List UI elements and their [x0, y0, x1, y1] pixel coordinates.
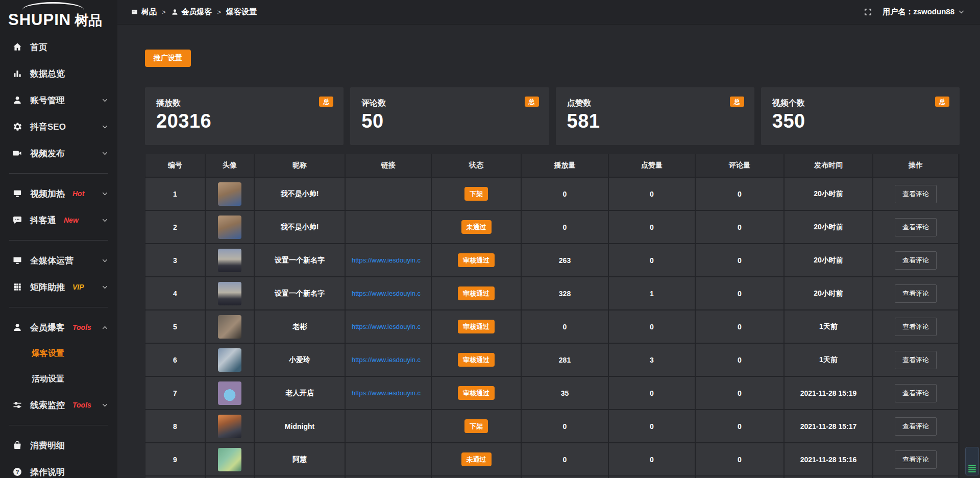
cell-action: 查看评论 — [873, 211, 958, 243]
chevron-down-icon — [102, 150, 108, 157]
sidebar-item-video-heating[interactable]: 视频加热Hot — [0, 180, 117, 207]
avatar — [218, 282, 241, 305]
sidebar-item-douketong[interactable]: 抖客通New — [0, 207, 117, 233]
sidebar-item-home[interactable]: 首页 — [0, 34, 117, 60]
chevron-down-icon — [958, 9, 965, 15]
video-link[interactable]: https://www.iesdouyin.c — [352, 389, 421, 397]
breadcrumb-item-shupin[interactable]: 树品 — [131, 7, 157, 17]
cell-link: https://www.iesdouyin.c — [346, 310, 431, 343]
video-link[interactable]: https://www.iesdouyin.c — [352, 323, 421, 330]
header-cell-time: 发布时间 — [785, 154, 872, 177]
breadcrumb-separator: > — [217, 8, 222, 16]
status-badge: 审核通过 — [458, 353, 495, 367]
stat-card-plays: 播放数20316总 — [145, 87, 344, 145]
sidebar-item-video-publish[interactable]: 视频发布 — [0, 140, 117, 166]
sidebar-subitem-baoke-settings[interactable]: 爆客设置 — [0, 341, 117, 366]
cell-avatar — [206, 178, 254, 210]
chevron-up-icon — [102, 324, 108, 331]
sidebar-item-consumption-details[interactable]: 消费明细 — [0, 432, 117, 459]
logo-text-cn: 树品 — [75, 14, 102, 28]
cell-plays: 0 — [522, 410, 608, 442]
cell-likes: 0 — [609, 410, 695, 442]
header-cell-plays: 播放量 — [522, 154, 608, 177]
view-comments-button[interactable]: 查看评论 — [895, 185, 937, 203]
sidebar-item-label: 首页 — [30, 41, 47, 53]
header-cell-status: 状态 — [432, 154, 521, 177]
cell-likes: 0 — [609, 377, 695, 409]
cell-nickname: 我不是小帅! — [255, 211, 345, 243]
sidebar-item-member-baoke[interactable]: 会员爆客Tools — [0, 314, 117, 341]
sidebar-nav: 首页数据总览账号管理抖音SEO视频发布视频加热Hot抖客通New全媒体运营矩阵助… — [0, 31, 117, 478]
promotion-settings-button[interactable]: 推广设置 — [145, 50, 191, 67]
cell-plays: 0 — [522, 211, 608, 243]
camera-icon — [12, 148, 22, 158]
sidebar-item-data-overview[interactable]: 数据总览 — [0, 60, 117, 87]
sidebar-item-clue-monitor[interactable]: 线索监控Tools — [0, 392, 117, 418]
breadcrumb: 树品>会员爆客>爆客设置 — [131, 7, 257, 17]
user-menu[interactable]: 用户名：zswodun88 — [883, 7, 965, 17]
cell-status: 未通过 — [432, 211, 521, 243]
chart-icon — [12, 68, 22, 79]
breadcrumb-label: 会员爆客 — [182, 7, 212, 17]
view-comments-button[interactable]: 查看评论 — [895, 351, 937, 369]
view-comments-button[interactable]: 查看评论 — [895, 450, 937, 469]
sidebar-item-matrix-boost[interactable]: 矩阵助推VIP — [0, 274, 117, 300]
chevron-down-icon — [102, 217, 108, 224]
username-label: 用户名：zswodun88 — [883, 7, 954, 17]
view-comments-button[interactable]: 查看评论 — [895, 251, 937, 270]
home-icon — [12, 42, 22, 52]
view-comments-button[interactable]: 查看评论 — [895, 284, 937, 303]
sidebar-item-label: 账号管理 — [30, 94, 65, 106]
header-cell-avatar: 头像 — [206, 154, 254, 177]
breadcrumb-item-member-baoke[interactable]: 会员爆客 — [171, 7, 212, 17]
sidebar-item-label: 抖音SEO — [30, 121, 66, 133]
app-icon — [131, 8, 138, 16]
cell-action: 查看评论 — [873, 310, 958, 343]
cell-nickname: 老人开店 — [255, 377, 345, 409]
chevron-down-icon — [102, 124, 108, 130]
stat-card-value: 581 — [567, 110, 743, 132]
cell-avatar — [206, 310, 254, 343]
sidebar-item-omnimedia-operation[interactable]: 全媒体运营 — [0, 247, 117, 274]
person-icon — [171, 8, 179, 16]
sidebar-item-label: 会员爆客 — [30, 322, 65, 333]
status-badge: 审核通过 — [458, 320, 495, 333]
floating-widget[interactable] — [965, 447, 979, 475]
logo-arc-decoration — [22, 2, 84, 10]
stat-card-value: 20316 — [156, 110, 332, 132]
view-comments-button[interactable]: 查看评论 — [895, 384, 937, 402]
video-link[interactable]: https://www.iesdouyin.c — [352, 356, 421, 364]
video-link[interactable]: https://www.iesdouyin.c — [352, 256, 421, 264]
sidebar-item-label: 操作说明 — [30, 466, 65, 478]
widget-bar — [968, 469, 976, 470]
fullscreen-icon[interactable] — [864, 8, 872, 16]
view-comments-button[interactable]: 查看评论 — [895, 218, 937, 236]
cell-comments: 0 — [696, 443, 783, 475]
view-comments-button[interactable]: 查看评论 — [895, 417, 937, 436]
bag-icon — [12, 440, 22, 450]
header-cell-comments: 评论量 — [696, 154, 783, 177]
cell-link — [346, 211, 431, 243]
header-cell-likes: 点赞量 — [609, 154, 695, 177]
stat-card-value: 50 — [361, 110, 537, 132]
gear-icon — [12, 122, 22, 132]
view-comments-button[interactable]: 查看评论 — [895, 318, 937, 336]
svg-text:?: ? — [16, 469, 19, 475]
stat-card-label: 点赞数 — [567, 98, 743, 109]
sidebar-item-operation-guide[interactable]: ?操作说明 — [0, 459, 117, 478]
sidebar-subitem-activity-settings[interactable]: 活动设置 — [0, 366, 117, 392]
cell-status: 审核通过 — [432, 377, 521, 409]
sidebar-item-label: 矩阵助推 — [30, 281, 65, 293]
chevron-down-icon — [102, 402, 108, 409]
stat-card-likes: 点赞数581总 — [556, 87, 754, 145]
cell-nickname: Midnight — [255, 410, 345, 442]
sidebar-item-account-management[interactable]: 账号管理 — [0, 87, 117, 113]
grid-icon — [12, 282, 22, 292]
cell-avatar — [206, 344, 254, 376]
sidebar-item-douyin-seo[interactable]: 抖音SEO — [0, 113, 117, 140]
sidebar-item-label: 全媒体运营 — [30, 255, 74, 267]
cell-id: 2 — [145, 211, 205, 243]
sidebar-item-label: 消费明细 — [30, 440, 65, 451]
video-link[interactable]: https://www.iesdouyin.c — [352, 290, 421, 297]
cell-link: https://www.iesdouyin.c — [346, 277, 431, 309]
